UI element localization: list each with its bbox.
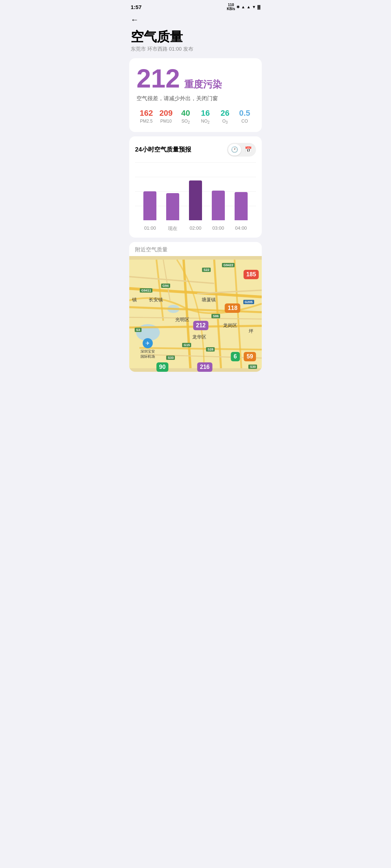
bar-item-2 <box>166 193 179 220</box>
chart-label-5: 04:00 <box>230 225 252 232</box>
toggle-clock-button[interactable]: 🕐 <box>228 144 241 156</box>
status-time: 1:57 <box>131 4 142 10</box>
bar-item-4 <box>212 191 225 220</box>
network-speed: 110 KB/s <box>227 3 235 11</box>
aqi-badge-216: 216 <box>197 362 213 372</box>
road-sign-s3: S3 <box>135 328 142 332</box>
road-sign-g94: G94 <box>161 284 170 288</box>
bar-3 <box>189 180 202 220</box>
status-bar: 1:57 110 KB/s ✱ ▲ ▲ ▼ ▓ <box>125 0 266 12</box>
signal-icon-1: ▲ <box>241 5 245 9</box>
road-sign-g9422: G9422 <box>222 263 235 267</box>
aqi-badge-90: 90 <box>156 362 169 372</box>
aqi-badge-59: 59 <box>244 352 256 361</box>
chart-label-3: 02:00 <box>184 225 207 232</box>
road-sign-s28: S28 <box>206 347 215 352</box>
region-ping: 坪 <box>249 328 253 335</box>
region-longhuaqu: 龙华区 <box>192 334 206 340</box>
region-longgangqu: 龙岗区 <box>223 322 237 329</box>
chart-label-4: 03:00 <box>207 225 230 232</box>
road-sign-s30: S30 <box>248 365 257 369</box>
map-container[interactable]: G9411 G94 G9422 S22 G205 S86 S3 G15 S28 … <box>129 256 262 372</box>
chart-title: 24小时空气质量预报 <box>135 145 191 154</box>
bar-4 <box>212 191 225 220</box>
back-button[interactable]: ← <box>131 15 139 24</box>
chart-card: 24小时空气质量预报 🕐 📅 <box>129 136 262 238</box>
so2-name: SO2 <box>176 119 196 124</box>
aqi-row: 212 重度污染 <box>136 65 255 92</box>
bar-item-1 <box>143 191 156 220</box>
chart-area <box>135 162 256 220</box>
road-sign-g9411: G9411 <box>140 288 152 293</box>
aqi-number: 212 <box>136 65 180 92</box>
airport-icon: ✈ <box>143 338 153 348</box>
nav-back: ← <box>125 12 266 27</box>
road-sign-g15: G15 <box>182 343 191 347</box>
co-value: 0.5 <box>235 109 255 118</box>
pollutant-pm25: 162 PM2.5 <box>136 109 156 124</box>
pollutant-o3: 26 O3 <box>215 109 235 124</box>
pollutant-co: 0.5 CO <box>235 109 255 124</box>
airport-area: ✈ 深圳宝安国际机场 <box>140 338 155 359</box>
chart-label-2: 现在 <box>161 225 184 232</box>
road-sign-s86: S86 <box>211 314 220 318</box>
chart-header: 24小时空气质量预报 🕐 📅 <box>135 143 256 157</box>
aqi-badge-6: 6 <box>231 352 240 361</box>
aqi-badge-212-main: 212 <box>193 321 209 330</box>
road-sign-s22: S22 <box>202 268 211 272</box>
o3-name: O3 <box>215 119 235 124</box>
pm10-value: 209 <box>156 109 176 118</box>
signal-icon-2: ▲ <box>247 5 251 9</box>
map-label: 附近空气质量 <box>129 242 262 256</box>
page-header: 空气质量 东莞市 环市西路 01:00 发布 <box>125 27 266 58</box>
bar-item-5 <box>235 192 248 220</box>
chart-toggle: 🕐 📅 <box>227 143 256 157</box>
pm25-name: PM2.5 <box>136 119 156 124</box>
bar-1 <box>143 191 156 220</box>
aqi-badge-185: 185 <box>243 270 259 279</box>
aqi-card: 212 重度污染 空气很差，请减少外出，关闭门窗 162 PM2.5 209 P… <box>129 58 262 132</box>
region-guangmingqu: 光明区 <box>175 316 189 323</box>
bar-item-3 <box>189 180 202 220</box>
co-name: CO <box>235 119 255 124</box>
aqi-badge-118: 118 <box>225 303 240 313</box>
aqi-level-label: 重度污染 <box>184 78 222 91</box>
airport-label: 深圳宝安国际机场 <box>140 349 155 359</box>
pollutant-pm10: 209 PM10 <box>156 109 176 124</box>
pollutant-no2: 16 NO2 <box>196 109 215 124</box>
bluetooth-icon: ✱ <box>236 5 240 9</box>
pollutants-row: 162 PM2.5 209 PM10 40 SO2 16 NO2 26 O3 0… <box>136 109 255 124</box>
bar-5 <box>235 192 248 220</box>
pollutant-so2: 40 SO2 <box>176 109 196 124</box>
page-subtitle: 东莞市 环市西路 01:00 发布 <box>131 46 260 52</box>
region-tangxiazhen: 塘厦镇 <box>202 297 216 303</box>
no2-value: 16 <box>196 109 215 118</box>
toggle-calendar-button[interactable]: 📅 <box>242 144 255 156</box>
o3-value: 26 <box>215 109 235 118</box>
road-sign-g205: G205 <box>243 300 254 304</box>
bar-2 <box>166 193 179 220</box>
pm10-name: PM10 <box>156 119 176 124</box>
page-title: 空气质量 <box>131 29 260 44</box>
no2-name: NO2 <box>196 119 215 124</box>
road-sign-s33: S33 <box>166 356 175 360</box>
status-icons: 110 KB/s ✱ ▲ ▲ ▼ ▓ <box>227 3 261 11</box>
chart-labels: 01:00 现在 02:00 03:00 04:00 <box>135 223 256 232</box>
bars-container <box>135 162 256 220</box>
aqi-description: 空气很差，请减少外出，关闭门窗 <box>136 95 255 102</box>
battery-icon: ▓ <box>257 5 260 9</box>
chart-label-1: 01:00 <box>139 225 161 232</box>
pm25-value: 162 <box>136 109 156 118</box>
so2-value: 40 <box>176 109 196 118</box>
region-zhen: 镇 <box>132 297 137 303</box>
map-section: 附近空气质量 <box>129 242 262 372</box>
wifi-icon: ▼ <box>252 5 256 9</box>
region-changanzhen: 长安镇 <box>149 297 163 303</box>
